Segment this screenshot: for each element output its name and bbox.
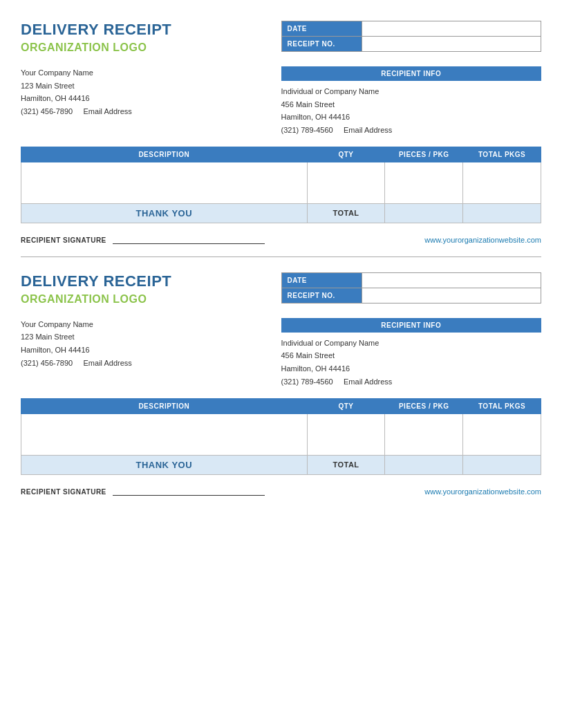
website-link-2[interactable]: www.yourorganizationwebsite.com (424, 487, 541, 496)
sig-label-2: RECIPIENT SIGNATURE (21, 488, 106, 496)
qty-cell-2 (307, 413, 385, 455)
total-label-2: TOTAL (307, 455, 385, 474)
recipient-address-1: 456 Main Street (281, 98, 542, 111)
sig-label-1: RECIPIENT SIGNATURE (21, 236, 106, 244)
receipt-2: DELIVERY RECEIPT ORGANIZATION LOGO DATE … (21, 272, 541, 496)
totpkg-cell-1 (463, 162, 541, 203)
recipient-info-block-1: RECIPIENT INFO Individual or Company Nam… (281, 66, 542, 137)
left-header-1: DELIVERY RECEIPT ORGANIZATION LOGO (21, 21, 255, 54)
date-value-1 (362, 21, 541, 37)
pkg-cell-2 (385, 413, 463, 455)
recipient-email-1: Email Address (344, 126, 392, 134)
date-table-2: DATE RECEIPT NO. (281, 272, 542, 304)
total-totpkg-val-1 (463, 203, 541, 223)
col-pkg-2: PIECES / PKG (385, 398, 463, 413)
col-totpkg-1: TOTAL PKGS (463, 147, 541, 162)
title-1: DELIVERY RECEIPT (21, 21, 255, 39)
items-table-1: DESCRIPTION QTY PIECES / PKG TOTAL PKGS … (21, 147, 541, 223)
sender-info-1: Your Company Name 123 Main Street Hamilt… (21, 66, 255, 137)
total-label-1: TOTAL (307, 203, 385, 223)
recipient-email-2: Email Address (344, 377, 392, 386)
org-logo-1: ORGANIZATION LOGO (21, 41, 255, 54)
top-section-2: DELIVERY RECEIPT ORGANIZATION LOGO DATE … (21, 272, 541, 306)
col-qty-1: QTY (307, 147, 385, 162)
sig-line-2 (113, 495, 265, 496)
sender-address-1: 123 Main Street (21, 80, 255, 93)
col-totpkg-2: TOTAL PKGS (463, 398, 541, 413)
col-pkg-1: PIECES / PKG (385, 147, 463, 162)
recipient-company-1: Individual or Company Name (281, 85, 542, 98)
signature-section-1: RECIPIENT SIGNATURE www.yourorganization… (21, 236, 541, 244)
title-2: DELIVERY RECEIPT (21, 272, 255, 290)
recipient-company-2: Individual or Company Name (281, 337, 542, 350)
receipt-no-label-2: RECEIPT NO. (281, 288, 362, 303)
table-row-2 (21, 413, 541, 455)
col-desc-1: DESCRIPTION (21, 147, 308, 162)
recipient-info-block-2: RECIPIENT INFO Individual or Company Nam… (281, 318, 542, 389)
thank-you-2: THANK YOU (21, 455, 308, 474)
sender-phone-1: (321) 456-7890 (21, 107, 73, 115)
org-logo-2: ORGANIZATION LOGO (21, 293, 255, 306)
sender-info-2: Your Company Name 123 Main Street Hamilt… (21, 318, 255, 389)
sender-contact-2: (321) 456-7890 Email Address (21, 357, 255, 370)
recipient-contact-2: (321) 789-4560 Email Address (281, 375, 542, 389)
table-row-1 (21, 162, 541, 203)
desc-cell-1 (21, 162, 308, 203)
right-header-2: DATE RECEIPT NO. (281, 272, 542, 304)
sender-company-1: Your Company Name (21, 66, 255, 80)
items-table-2: DESCRIPTION QTY PIECES / PKG TOTAL PKGS … (21, 398, 541, 475)
sender-email-1: Email Address (84, 107, 132, 115)
recipient-phone-2: (321) 789-4560 (281, 377, 333, 386)
signature-section-2: RECIPIENT SIGNATURE www.yourorganization… (21, 487, 541, 496)
recipient-header-2: RECIPIENT INFO (281, 318, 542, 333)
totpkg-cell-2 (463, 413, 541, 455)
total-row-2: THANK YOU TOTAL (21, 455, 541, 474)
qty-cell-1 (307, 162, 385, 203)
col-desc-2: DESCRIPTION (21, 398, 308, 413)
thank-you-1: THANK YOU (21, 203, 308, 223)
total-totpkg-val-2 (463, 455, 541, 474)
sender-city-1: Hamilton, OH 44416 (21, 92, 255, 105)
sender-company-2: Your Company Name (21, 318, 255, 331)
info-section-2: Your Company Name 123 Main Street Hamilt… (21, 318, 541, 389)
date-table-1: DATE RECEIPT NO. (281, 21, 542, 52)
recipient-phone-1: (321) 789-4560 (281, 126, 333, 134)
total-row-1: THANK YOU TOTAL (21, 203, 541, 223)
sender-phone-2: (321) 456-7890 (21, 359, 73, 367)
total-pkg-val-2 (385, 455, 463, 474)
receipt-no-label-1: RECEIPT NO. (281, 37, 362, 52)
recipient-city-2: Hamilton, OH 44416 (281, 362, 542, 375)
date-value-2 (362, 272, 541, 288)
sig-line-1 (113, 243, 265, 244)
right-header-1: DATE RECEIPT NO. (281, 21, 542, 52)
date-label-2: DATE (281, 272, 362, 288)
recipient-address-2: 456 Main Street (281, 349, 542, 362)
divider (21, 256, 541, 257)
sender-address-2: 123 Main Street (21, 330, 255, 344)
website-link-1[interactable]: www.yourorganizationwebsite.com (424, 236, 541, 244)
col-qty-2: QTY (307, 398, 385, 413)
pkg-cell-1 (385, 162, 463, 203)
date-label-1: DATE (281, 21, 362, 37)
receipt-no-value-1 (362, 37, 541, 52)
top-section-1: DELIVERY RECEIPT ORGANIZATION LOGO DATE … (21, 21, 541, 54)
recipient-city-1: Hamilton, OH 44416 (281, 111, 542, 124)
sig-left-2: RECIPIENT SIGNATURE (21, 487, 265, 496)
recipient-contact-1: (321) 789-4560 Email Address (281, 124, 542, 137)
sender-city-2: Hamilton, OH 44416 (21, 344, 255, 357)
receipt-no-value-2 (362, 288, 541, 303)
desc-cell-2 (21, 413, 308, 455)
total-pkg-val-1 (385, 203, 463, 223)
receipt-1: DELIVERY RECEIPT ORGANIZATION LOGO DATE … (21, 21, 541, 244)
sender-contact-1: (321) 456-7890 Email Address (21, 105, 255, 118)
sig-left-1: RECIPIENT SIGNATURE (21, 236, 265, 244)
info-section-1: Your Company Name 123 Main Street Hamilt… (21, 66, 541, 137)
left-header-2: DELIVERY RECEIPT ORGANIZATION LOGO (21, 272, 255, 306)
recipient-header-1: RECIPIENT INFO (281, 66, 542, 81)
sender-email-2: Email Address (84, 359, 132, 367)
